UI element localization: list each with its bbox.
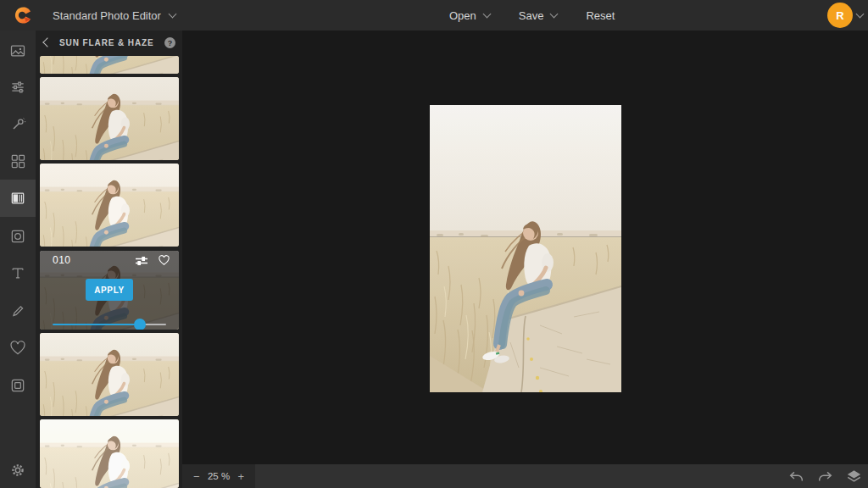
draw-pencil-icon	[9, 302, 26, 319]
filter-id: 010	[53, 254, 71, 266]
filter-card-header: 010	[40, 251, 179, 269]
favorite-heart-icon[interactable]	[158, 255, 170, 266]
undo-button[interactable]	[789, 471, 804, 482]
text-icon	[9, 264, 26, 281]
redo-button[interactable]	[818, 471, 832, 482]
filter-thumbnail[interactable]	[40, 77, 179, 160]
app-window: Standard Photo Editor Open Save Reset R	[0, 0, 868, 488]
chevron-down-icon	[856, 10, 865, 19]
heart-icon	[9, 340, 26, 357]
filters-panel: SUN FLARE & HAZE ? 010	[36, 30, 182, 488]
filter-thumbnail[interactable]	[40, 333, 179, 416]
reset-button[interactable]: Reset	[586, 9, 615, 22]
tool-sidebar	[0, 30, 36, 488]
sidebar-item-image[interactable]	[0, 32, 36, 69]
undo-icon	[789, 471, 804, 482]
sidebar-item-frames[interactable]	[0, 367, 36, 404]
app-logo-icon[interactable]	[14, 5, 34, 25]
filter-thumbnail[interactable]	[40, 419, 179, 488]
filter-expanded-card: 010 APPLY	[40, 251, 179, 330]
zoom-level: 25 %	[208, 471, 230, 481]
filter-thumbnail[interactable]	[40, 164, 179, 247]
back-chevron-icon[interactable]	[42, 37, 52, 47]
sidebar-item-overlays[interactable]	[0, 218, 36, 255]
help-icon[interactable]: ?	[164, 37, 175, 48]
zoom-in-button[interactable]: +	[236, 470, 246, 483]
settings-gear-icon	[10, 463, 25, 478]
adjustments-icon	[9, 79, 26, 96]
layers-button[interactable]	[847, 469, 861, 483]
zoom-out-button[interactable]: −	[192, 470, 202, 483]
editor-title-menu[interactable]: Standard Photo Editor	[53, 0, 175, 30]
sidebar-item-text[interactable]	[0, 254, 36, 291]
intensity-slider[interactable]	[53, 319, 166, 330]
sidebar-item-draw[interactable]	[0, 292, 36, 330]
open-button[interactable]: Open	[449, 9, 490, 22]
filters-icon	[9, 190, 26, 207]
bottom-bar: − 25 % +	[182, 464, 868, 488]
retouch-wand-icon	[9, 116, 26, 133]
slider-track-filled	[53, 324, 140, 325]
reset-label: Reset	[586, 9, 615, 22]
avatar[interactable]: R	[827, 3, 853, 28]
top-bar: Standard Photo Editor Open Save Reset R	[0, 0, 868, 30]
page-title: Standard Photo Editor	[53, 9, 161, 22]
sidebar-item-effects[interactable]	[0, 142, 36, 180]
sidebar-item-favorites[interactable]	[0, 330, 36, 367]
panel-title: SUN FLARE & HAZE	[59, 38, 154, 47]
chevron-down-icon	[482, 10, 491, 19]
effects-grid-icon	[9, 152, 26, 169]
frames-icon	[9, 377, 26, 394]
editor-canvas	[182, 30, 868, 464]
save-label: Save	[519, 9, 544, 22]
sidebar-item-retouch[interactable]	[0, 106, 36, 143]
save-button[interactable]: Save	[519, 9, 558, 22]
top-menu: Open Save Reset	[449, 0, 615, 30]
sidebar-item-adjust[interactable]	[0, 69, 36, 106]
slider-handle[interactable]	[134, 319, 146, 330]
layers-icon	[847, 469, 861, 483]
chevron-down-icon	[550, 10, 559, 19]
open-label: Open	[449, 9, 476, 22]
apply-button[interactable]: APPLY	[86, 279, 133, 301]
fine-tune-icon[interactable]	[136, 256, 147, 266]
chevron-down-icon	[168, 10, 176, 19]
zoom-controls: − 25 % +	[182, 464, 255, 488]
account-menu[interactable]: R	[827, 0, 863, 30]
redo-icon	[818, 471, 832, 482]
canvas-image[interactable]	[430, 105, 621, 392]
panel-header: SUN FLARE & HAZE ?	[36, 30, 182, 54]
sidebar-item-filters[interactable]	[0, 180, 36, 217]
sidebar-item-settings[interactable]	[0, 452, 36, 488]
image-icon	[9, 42, 26, 59]
filter-thumbnail[interactable]	[40, 56, 179, 74]
overlays-icon	[9, 228, 26, 245]
